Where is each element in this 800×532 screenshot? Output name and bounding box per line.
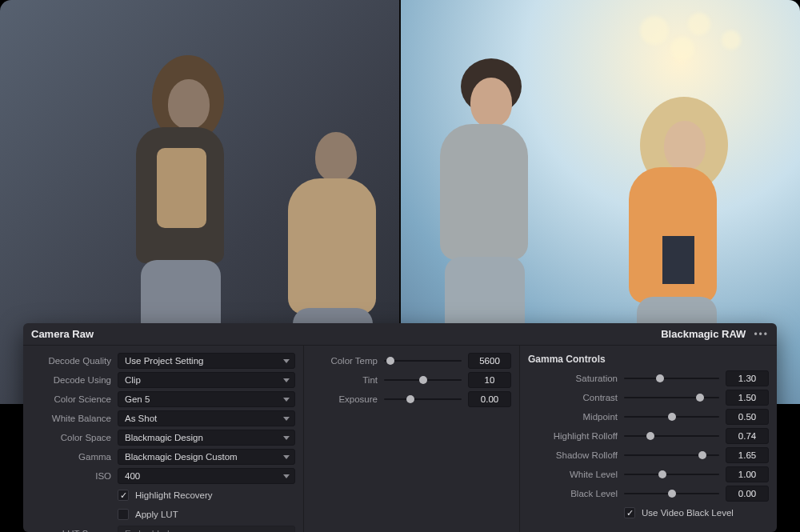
tint-value[interactable]: 10 [468, 372, 511, 388]
contrast-slider[interactable] [624, 390, 719, 406]
color-temp-slider[interactable] [384, 353, 462, 369]
exposure-label: Exposure [312, 394, 378, 404]
midpoint-slider[interactable] [624, 409, 719, 425]
gamma-controls-title: Gamma Controls [528, 354, 769, 365]
chevron-down-icon [283, 436, 290, 440]
apply-lut-label: Apply LUT [135, 510, 178, 519]
shadow-rolloff-value[interactable]: 1.65 [726, 447, 769, 463]
decode-using-label: Decode Using [31, 375, 111, 385]
iso-label: ISO [31, 471, 111, 481]
color-space-dropdown[interactable]: Blackmagic Design [118, 430, 295, 446]
shadow-rolloff-slider[interactable] [624, 447, 719, 463]
color-science-label: Color Science [31, 394, 111, 404]
chevron-down-icon [283, 417, 290, 421]
panel-title: Camera Raw [31, 328, 94, 340]
chevron-down-icon [283, 398, 290, 402]
chevron-down-icon [283, 474, 290, 478]
black-level-slider[interactable] [624, 486, 719, 502]
shadow-rolloff-label: Shadow Rolloff [528, 450, 618, 460]
black-level-value[interactable]: 0.00 [726, 486, 769, 502]
contrast-value[interactable]: 1.50 [726, 390, 769, 406]
iso-dropdown[interactable]: 400 [118, 468, 295, 484]
gamma-column: Gamma Controls Saturation 1.30 Contrast … [519, 346, 777, 532]
lut-source-dropdown: Embedded [118, 526, 295, 532]
color-science-dropdown[interactable]: Gen 5 [118, 391, 295, 407]
decode-quality-label: Decode Quality [31, 356, 111, 366]
saturation-value[interactable]: 1.30 [726, 370, 769, 386]
use-video-black-label: Use Video Black Level [642, 508, 734, 518]
panel-subtitle: Blackmagic RAW [661, 328, 746, 340]
exposure-value[interactable]: 0.00 [468, 391, 511, 407]
decode-quality-dropdown[interactable]: Use Project Setting [118, 353, 295, 369]
decode-using-dropdown[interactable]: Clip [118, 372, 295, 388]
color-temp-value[interactable]: 5600 [468, 353, 511, 369]
white-balance-dropdown[interactable]: As Shot [118, 410, 295, 426]
decode-column: Decode Quality Use Project Setting Decod… [23, 346, 303, 532]
exposure-column: Color Temp 5600 Tint 10 Exposure 0.00 [303, 346, 519, 532]
highlight-rolloff-label: Highlight Rolloff [528, 431, 618, 441]
color-space-label: Color Space [31, 433, 111, 442]
midpoint-value[interactable]: 0.50 [726, 409, 769, 425]
panel-menu-icon[interactable]: ••• [754, 329, 769, 340]
tint-label: Tint [312, 375, 378, 385]
highlight-recovery-checkbox[interactable] [118, 490, 129, 501]
black-level-label: Black Level [528, 489, 618, 498]
lut-source-label: LUT Source [31, 529, 111, 532]
camera-raw-panel: Camera Raw Blackmagic RAW ••• Decode Qua… [23, 323, 777, 532]
white-level-label: White Level [528, 470, 618, 479]
saturation-slider[interactable] [624, 370, 719, 386]
white-balance-label: White Balance [31, 414, 111, 423]
color-temp-label: Color Temp [312, 356, 378, 366]
exposure-slider[interactable] [384, 391, 462, 407]
apply-lut-checkbox[interactable] [118, 509, 129, 520]
white-level-slider[interactable] [624, 466, 719, 482]
highlight-recovery-label: Highlight Recovery [135, 490, 213, 500]
chevron-down-icon [283, 378, 290, 382]
highlight-rolloff-value[interactable]: 0.74 [726, 428, 769, 444]
contrast-label: Contrast [528, 393, 618, 402]
chevron-down-icon [283, 359, 290, 363]
gamma-label: Gamma [31, 452, 111, 462]
midpoint-label: Midpoint [528, 412, 618, 422]
tint-slider[interactable] [384, 372, 462, 388]
use-video-black-checkbox[interactable] [624, 507, 635, 518]
saturation-label: Saturation [528, 374, 618, 383]
chevron-down-icon [283, 455, 290, 459]
white-level-value[interactable]: 1.00 [726, 466, 769, 482]
gamma-dropdown[interactable]: Blackmagic Design Custom [118, 449, 295, 465]
highlight-rolloff-slider[interactable] [624, 428, 719, 444]
